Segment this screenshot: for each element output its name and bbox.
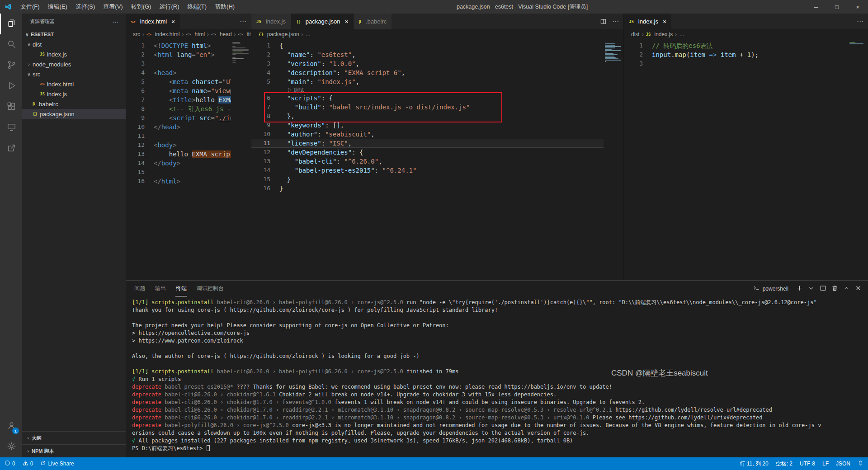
menu-转到-g-[interactable]: 转到(G) xyxy=(127,0,156,14)
status-eol[interactable]: LF xyxy=(822,461,829,467)
more-actions-icon[interactable]: ⋯ xyxy=(612,18,619,26)
code-line[interactable]: 2<html lang="en"> xyxy=(126,50,231,59)
status-problems-warnings[interactable]: 0 xyxy=(23,460,33,467)
tree-item-index-js[interactable]: JSindex.js xyxy=(22,89,126,99)
menu-编辑-e-[interactable]: 编辑(E) xyxy=(44,0,71,14)
code-line[interactable]: 12<body> xyxy=(126,141,231,150)
minimap[interactable] xyxy=(848,39,868,280)
activity-source-control[interactable] xyxy=(0,55,22,76)
code-line[interactable]: 1{ xyxy=(251,41,604,50)
code-line[interactable]: 1// 转码后的es6语法 xyxy=(624,41,848,50)
split-editor-icon[interactable] xyxy=(600,18,607,25)
tree-item-package-json[interactable]: {}package.json xyxy=(22,109,126,119)
terminal-output[interactable]: [1/1] scripts.postinstall babel-cli@6.26… xyxy=(126,296,868,457)
codelens-debug[interactable]: ▷ 调试 xyxy=(251,86,604,94)
code-line[interactable]: 1<!DOCTYPE html> xyxy=(126,41,231,50)
close-tab-icon[interactable]: × xyxy=(344,18,348,25)
code-line[interactable]: 6 <meta name="viewport" content="width=d… xyxy=(126,86,231,95)
breadcrumb-item[interactable]: title xyxy=(246,31,251,38)
activity-accounts[interactable]: 1 xyxy=(0,416,22,437)
more-actions-icon[interactable]: ⋯ xyxy=(857,18,863,26)
code-line[interactable]: 7 <title>hello EXMA script 6</title> xyxy=(126,95,231,104)
code-line[interactable]: 13 hello EXMA script 6 xyxy=(126,150,231,159)
code-line[interactable]: 10 "author": "seabiscuit", xyxy=(251,130,604,139)
code-line[interactable]: 11 xyxy=(126,132,231,141)
status-problems-errors[interactable]: 0 xyxy=(5,460,15,467)
status-indentation[interactable]: 空格: 2 xyxy=(776,460,793,468)
status-live-share[interactable]: Live Share xyxy=(40,460,74,467)
status-language-mode[interactable]: JSON xyxy=(836,461,850,467)
menu-选择-s-[interactable]: 选择(S) xyxy=(71,0,99,14)
code-line[interactable]: 15 xyxy=(126,168,231,177)
code-line[interactable]: 6 "scripts": { xyxy=(251,94,604,103)
tree-root-es6test[interactable]: ∨ ES6TEST xyxy=(22,29,126,39)
kill-terminal-icon[interactable] xyxy=(831,285,838,293)
tab-index-js[interactable]: JSindex.js× xyxy=(624,14,672,29)
outline-section[interactable]: › 大纲 xyxy=(22,431,126,444)
status-encoding[interactable]: UTF-8 xyxy=(800,461,815,467)
activity-remote-explorer[interactable] xyxy=(0,118,22,138)
activity-live-share[interactable] xyxy=(0,138,22,159)
close-panel-icon[interactable] xyxy=(855,285,862,293)
activity-search[interactable] xyxy=(0,34,22,55)
maximize-button[interactable]: □ xyxy=(826,0,847,14)
code-line[interactable]: 14 "babel-preset-es2015": "^6.24.1" xyxy=(251,166,604,175)
code-editor[interactable]: 1<!DOCTYPE html>2<html lang="en">34<head… xyxy=(126,39,251,280)
terminal-dropdown-icon[interactable] xyxy=(808,285,815,293)
activity-run-and-debug[interactable] xyxy=(0,76,22,97)
code-line[interactable]: 3 xyxy=(126,59,231,68)
menu-终端-t-[interactable]: 终端(T) xyxy=(183,0,211,14)
code-line[interactable]: 7 "build": "babel src/index.js -o dist/i… xyxy=(251,103,604,112)
panel-tab-终端[interactable]: 终端 xyxy=(175,281,187,296)
code-line[interactable]: 16</html> xyxy=(126,177,231,186)
code-line[interactable]: 9 <script src="./index.js"></script> xyxy=(126,113,231,122)
code-line[interactable]: 16} xyxy=(251,184,604,193)
breadcrumb-item[interactable]: head xyxy=(220,31,232,38)
npm-scripts-section[interactable]: › NPM 脚本 xyxy=(22,444,126,457)
panel-tab-输出[interactable]: 输出 xyxy=(155,281,166,296)
split-terminal-icon[interactable] xyxy=(820,285,826,293)
activity-settings[interactable] xyxy=(0,437,22,457)
panel-tab-调试控制台[interactable]: 调试控制台 xyxy=(196,281,224,296)
breadcrumb-item[interactable]: dist xyxy=(631,31,640,38)
breadcrumb-item[interactable]: html xyxy=(194,31,205,38)
breadcrumb-item[interactable]: index.js xyxy=(655,31,673,38)
code-editor[interactable]: 1// 转码后的es6语法2input.map(item => item + 1… xyxy=(624,39,868,280)
menu-文件-f-[interactable]: 文件(F) xyxy=(16,0,44,14)
breadcrumb-item[interactable]: … xyxy=(306,31,311,38)
menu-帮助-h-[interactable]: 帮助(H) xyxy=(211,0,239,14)
close-tab-icon[interactable]: × xyxy=(171,18,175,25)
code-line[interactable]: 4<head> xyxy=(126,68,231,77)
new-terminal-icon[interactable] xyxy=(796,285,803,293)
tab--babelrc[interactable]: β.babelrc xyxy=(354,14,392,29)
status-notifications[interactable] xyxy=(858,460,863,467)
code-line[interactable]: 5 "main": "index.js", xyxy=(251,77,604,86)
status-cursor-position[interactable]: 行 11, 列 20 xyxy=(740,460,768,468)
tree-item--babelrc[interactable]: β.babelrc xyxy=(22,99,126,109)
code-line[interactable]: 15 } xyxy=(251,175,604,184)
tab-package-json[interactable]: {}package.json× xyxy=(291,14,354,29)
menu-运行-r-[interactable]: 运行(R) xyxy=(155,0,183,14)
activity-extensions[interactable] xyxy=(0,97,22,118)
tab-index-html[interactable]: <>index.html× xyxy=(126,14,180,29)
more-actions-icon[interactable]: ⋯ xyxy=(240,18,246,26)
breadcrumb-item[interactable]: … xyxy=(679,31,684,38)
code-line[interactable]: 2 "name": "es6test", xyxy=(251,50,604,59)
code-line[interactable]: 12 "devDependencies": { xyxy=(251,148,604,157)
tree-item-src[interactable]: ∨src xyxy=(22,69,126,79)
code-line[interactable]: 8 <!-- 引入es6 js --> xyxy=(126,104,231,113)
minimize-button[interactable]: ─ xyxy=(806,0,826,14)
code-line[interactable]: 9 "keywords": [], xyxy=(251,121,604,130)
explorer-more-actions-icon[interactable]: ⋯ xyxy=(113,18,119,25)
code-line[interactable]: 3 "version": "1.0.0", xyxy=(251,59,604,68)
close-tab-icon[interactable]: × xyxy=(663,18,666,25)
code-line[interactable]: 10</head> xyxy=(126,122,231,132)
code-line[interactable]: 2input.map(item => item + 1); xyxy=(624,50,848,59)
minimap[interactable] xyxy=(604,39,623,280)
tab-index-js[interactable]: JSindex.js xyxy=(251,14,291,29)
tree-item-node-modules[interactable]: ›node_modules xyxy=(22,59,126,69)
close-button[interactable]: × xyxy=(847,0,868,14)
minimap[interactable] xyxy=(231,39,251,280)
menu-查看-v-[interactable]: 查看(V) xyxy=(99,0,127,14)
tree-item-index-js[interactable]: JSindex.js xyxy=(22,49,126,59)
